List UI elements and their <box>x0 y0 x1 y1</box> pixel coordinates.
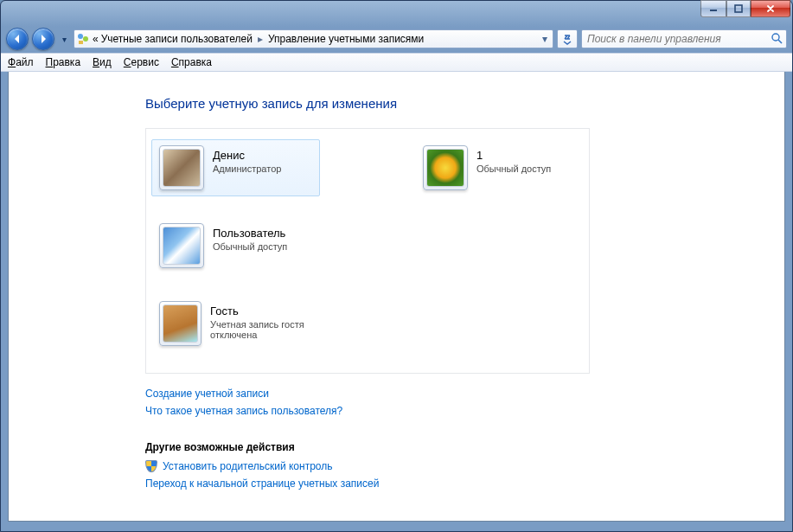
other-actions: Другие возможные действия Установить род… <box>145 441 784 490</box>
svg-rect-1 <box>735 5 742 12</box>
account-tile-guest[interactable]: Гость Учетная запись гостя отключена <box>151 295 352 352</box>
avatar-coaster-icon <box>163 227 201 265</box>
minimize-button[interactable] <box>700 0 726 17</box>
menu-tools[interactable]: Сервис <box>124 56 159 68</box>
link-goto-accounts-home[interactable]: Переход к начальной странице учетных зап… <box>145 478 379 490</box>
svg-point-3 <box>83 36 88 42</box>
account-tile-user[interactable]: Пользователь Обычный доступ <box>151 217 352 274</box>
breadcrumb-prefix: « <box>93 33 99 45</box>
address-dropdown-icon[interactable]: ▾ <box>539 33 551 45</box>
close-button[interactable] <box>751 0 790 17</box>
account-status: Обычный доступ <box>213 241 287 252</box>
account-name: Гость <box>210 304 344 317</box>
menu-help[interactable]: Справка <box>171 56 212 68</box>
avatar <box>423 145 468 190</box>
search-icon[interactable] <box>771 32 783 47</box>
refresh-button[interactable] <box>557 29 578 48</box>
breadcrumb-item-1[interactable]: Учетные записи пользователей <box>101 33 253 45</box>
address-bar[interactable]: « Учетные записи пользователей ▸ Управле… <box>74 29 553 48</box>
nav-history-dropdown[interactable]: ▾ <box>58 30 70 48</box>
account-name: Денис <box>213 149 281 162</box>
account-name: Пользователь <box>213 227 287 240</box>
avatar-sunflower-icon <box>426 149 464 187</box>
nav-toolbar: ▾ « Учетные записи пользователей ▸ Управ… <box>1 25 792 53</box>
account-status: Учетная запись гостя отключена <box>210 319 344 340</box>
explorer-window: ▾ « Учетные записи пользователей ▸ Управ… <box>0 0 793 532</box>
account-status: Администратор <box>213 163 281 174</box>
titlebar <box>1 1 792 25</box>
avatar <box>159 223 204 268</box>
uac-shield-icon <box>145 460 157 472</box>
forward-button[interactable] <box>32 28 54 50</box>
account-status: Обычный доступ <box>476 163 551 174</box>
account-name: 1 <box>476 149 551 162</box>
avatar <box>159 301 201 346</box>
menu-view[interactable]: Вид <box>93 56 112 68</box>
control-panel-icon <box>76 32 90 46</box>
link-parental-controls[interactable]: Установить родительский контроль <box>163 460 333 472</box>
svg-rect-4 <box>79 41 83 44</box>
avatar <box>159 145 204 190</box>
page-title: Выберите учетную запись для изменения <box>145 96 784 111</box>
svg-point-5 <box>772 34 779 41</box>
svg-point-2 <box>78 34 83 39</box>
window-controls <box>700 0 790 17</box>
menu-file[interactable]: Файл <box>8 56 34 68</box>
accounts-list: Денис Администратор 1 Обычный доступ Пол… <box>145 128 590 374</box>
link-what-is-account[interactable]: Что такое учетная запись пользователя? <box>145 405 784 417</box>
account-tile-denis[interactable]: Денис Администратор <box>151 139 320 196</box>
breadcrumb-separator: ▸ <box>255 33 265 45</box>
svg-line-6 <box>778 40 782 43</box>
search-box[interactable] <box>581 29 787 48</box>
content-area: Выберите учетную запись для изменения Де… <box>8 72 785 522</box>
link-create-account[interactable]: Создание учетной записи <box>145 388 784 400</box>
menu-bar: Файл Правка Вид Сервис Справка <box>1 53 792 72</box>
account-tile-1[interactable]: 1 Обычный доступ <box>415 139 584 196</box>
account-links: Создание учетной записи Что такое учетна… <box>145 388 784 417</box>
avatar-cat-icon <box>163 149 201 187</box>
maximize-button[interactable] <box>726 0 751 17</box>
svg-rect-0 <box>710 10 717 11</box>
search-input[interactable] <box>585 32 771 46</box>
menu-edit[interactable]: Правка <box>46 56 81 68</box>
back-button[interactable] <box>6 28 29 50</box>
other-actions-heading: Другие возможные действия <box>145 441 784 453</box>
breadcrumb-item-2[interactable]: Управление учетными записями <box>268 33 424 45</box>
avatar-suitcase-icon <box>163 304 198 343</box>
